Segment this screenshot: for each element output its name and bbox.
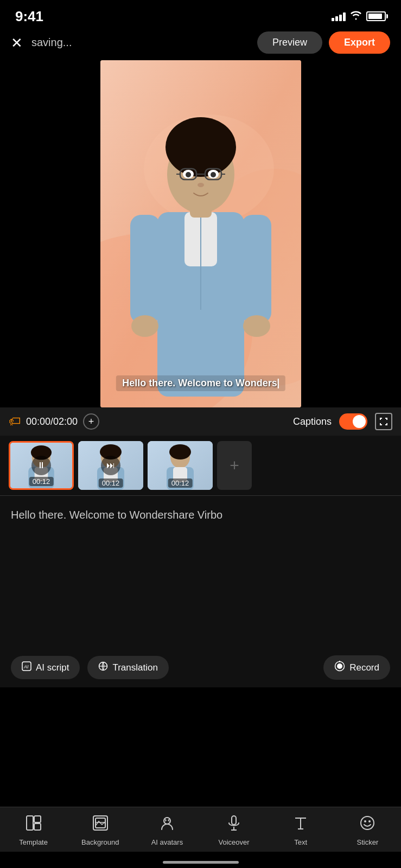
status-time: 9:41 (15, 8, 43, 25)
record-button[interactable]: Record (323, 655, 390, 680)
script-text: Hello there. Welcome to Wondershare Virb… (11, 507, 390, 523)
playback-right: Captions (293, 413, 392, 430)
export-button[interactable]: Export (329, 31, 390, 54)
ai-script-label: AI script (36, 662, 69, 673)
add-clip-button[interactable]: + (217, 441, 252, 490)
saving-status: saving... (31, 36, 72, 49)
video-preview: Hello there. Welcome to Wonders (100, 60, 301, 407)
clip-3-time: 00:12 (168, 478, 193, 488)
translation-label: Translation (112, 662, 157, 673)
svg-point-10 (243, 315, 270, 337)
bookmark-icon[interactable]: 🏷 (9, 414, 21, 429)
translation-button[interactable]: Translation (87, 656, 168, 679)
svg-point-60 (364, 820, 366, 822)
svg-rect-7 (130, 215, 160, 323)
voiceover-icon (226, 815, 242, 835)
timeline-clip-3[interactable]: 00:12 (148, 441, 213, 490)
clip-2-time: 00:12 (99, 478, 123, 488)
svg-point-9 (131, 315, 158, 337)
script-area[interactable]: Hello there. Welcome to Wondershare Virb… (0, 496, 401, 648)
svg-rect-53 (232, 816, 236, 825)
toolbar-left: ✕ saving... (11, 36, 72, 50)
svg-rect-46 (27, 816, 33, 830)
svg-point-52 (164, 818, 170, 824)
svg-rect-8 (241, 215, 271, 323)
playback-left: 🏷 00:00/02:00 + (9, 413, 99, 430)
clip-skip-icon: ⏭ (101, 456, 120, 475)
sticker-icon (359, 815, 375, 835)
record-label: Record (349, 662, 379, 673)
svg-point-59 (361, 816, 374, 829)
voiceover-label: Voiceover (219, 838, 250, 846)
ai-avatars-icon (159, 815, 175, 835)
bottom-nav: Template Background AI avatars (0, 807, 401, 852)
timeline-strip: ⏸ 00:12 ⏭ 00:12 (0, 436, 401, 495)
svg-point-61 (368, 820, 371, 822)
wifi-icon (350, 10, 362, 23)
svg-point-21 (186, 172, 191, 177)
svg-rect-47 (34, 816, 41, 822)
action-group-left: AI AI script Translation (11, 656, 169, 679)
text-label: Text (294, 838, 307, 846)
background-label: Background (81, 838, 119, 846)
text-icon (292, 815, 309, 835)
svg-text:AI: AI (23, 664, 29, 669)
timeline-clip-2[interactable]: ⏭ 00:12 (78, 441, 143, 490)
nav-item-background[interactable]: Background (79, 815, 122, 846)
sticker-label: Sticker (357, 838, 378, 846)
ai-script-icon: AI (22, 661, 31, 674)
nav-item-ai-avatars[interactable]: AI avatars (145, 815, 189, 846)
close-button[interactable]: ✕ (11, 36, 23, 50)
status-bar: 9:41 (0, 0, 401, 29)
video-caption: Hello there. Welcome to Wonders (116, 375, 285, 391)
svg-point-13 (166, 117, 236, 177)
nav-item-template[interactable]: Template (12, 815, 55, 846)
clip-pause-icon: ⏸ (31, 456, 51, 475)
svg-point-43 (337, 663, 342, 669)
nav-item-voiceover[interactable]: Voiceover (212, 815, 256, 846)
svg-rect-48 (34, 824, 41, 830)
toolbar-right: Preview Export (257, 31, 390, 54)
preview-button[interactable]: Preview (257, 31, 322, 54)
captions-label: Captions (293, 416, 332, 427)
svg-point-36 (169, 444, 191, 459)
ai-script-button[interactable]: AI AI script (11, 656, 80, 679)
nav-item-text[interactable]: Text (279, 815, 322, 846)
translation-icon (98, 661, 108, 674)
add-clip-button[interactable]: + (83, 413, 99, 430)
svg-point-22 (211, 172, 216, 177)
captions-toggle[interactable] (339, 413, 367, 430)
timeline-clip-1[interactable]: ⏸ 00:12 (9, 441, 74, 490)
signal-icon (332, 11, 346, 21)
battery-icon (366, 11, 386, 21)
ai-avatars-label: AI avatars (151, 838, 183, 846)
record-icon (334, 661, 345, 674)
nav-item-sticker[interactable]: Sticker (346, 815, 389, 846)
template-label: Template (19, 838, 48, 846)
background-icon (92, 815, 109, 835)
home-indicator (163, 861, 239, 864)
playback-bar: 🏷 00:00/02:00 + Captions (0, 407, 401, 436)
fullscreen-button[interactable] (375, 413, 392, 430)
status-icons (332, 10, 386, 23)
toggle-knob (353, 415, 366, 428)
toolbar: ✕ saving... Preview Export (0, 29, 401, 60)
clip-1-time: 00:12 (29, 477, 54, 486)
bottom-actions: AI AI script Translation Record (0, 648, 401, 687)
template-icon (26, 815, 42, 835)
svg-point-23 (198, 183, 204, 187)
time-display: 00:00/02:00 (26, 416, 78, 427)
